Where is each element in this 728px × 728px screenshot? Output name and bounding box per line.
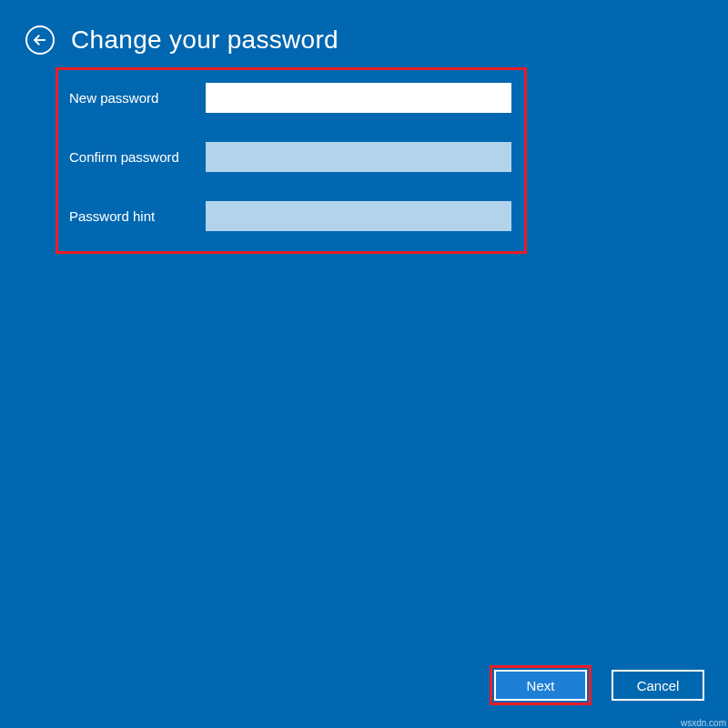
password-hint-input[interactable]	[206, 201, 511, 231]
form-row-confirm-password: Confirm password	[69, 142, 513, 172]
back-icon[interactable]	[25, 25, 55, 55]
password-form-highlight: New password Confirm password Password h…	[56, 67, 527, 254]
cancel-button-label: Cancel	[637, 678, 680, 693]
next-button-label: Next	[527, 678, 555, 693]
confirm-password-input[interactable]	[206, 142, 511, 172]
cancel-button[interactable]: Cancel	[612, 670, 704, 701]
form-row-new-password: New password	[69, 83, 513, 113]
password-hint-label: Password hint	[69, 208, 206, 224]
new-password-label: New password	[69, 90, 206, 106]
new-password-input[interactable]	[206, 83, 511, 113]
page-title: Change your password	[71, 25, 339, 55]
watermark: wsxdn.com	[681, 718, 726, 728]
next-button[interactable]: Next	[494, 670, 587, 701]
button-bar: Next Cancel	[490, 665, 704, 705]
form-row-password-hint: Password hint	[69, 201, 513, 231]
next-button-highlight: Next	[490, 665, 592, 705]
confirm-password-label: Confirm password	[69, 149, 206, 165]
